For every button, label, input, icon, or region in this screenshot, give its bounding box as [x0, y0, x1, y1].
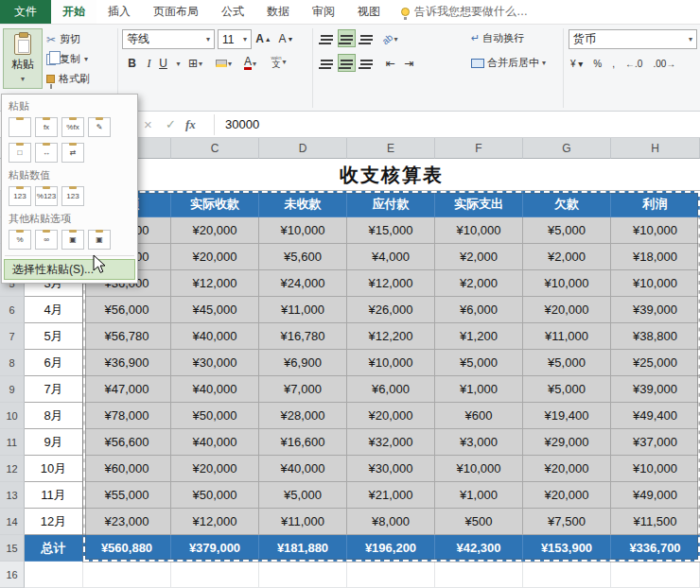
month-cell-A8[interactable]: 6月: [25, 350, 83, 376]
data-cell-F13[interactable]: ¥1,000: [435, 482, 523, 509]
column-header-F[interactable]: F: [435, 138, 523, 159]
data-cell-C8[interactable]: ¥30,000: [171, 350, 259, 376]
column-header-D[interactable]: D: [259, 138, 347, 159]
data-cell-H14[interactable]: ¥11,500: [611, 509, 700, 535]
number-format-combo[interactable]: 货币 ▾: [569, 29, 697, 49]
data-cell-E13[interactable]: ¥21,000: [347, 482, 435, 509]
data-cell-H9[interactable]: ¥39,000: [611, 376, 700, 403]
data-cell-C14[interactable]: ¥12,000: [171, 509, 259, 535]
align-left-button[interactable]: [318, 54, 336, 72]
merge-center-button[interactable]: 合并后居中 ▾: [471, 56, 546, 70]
row-header-6[interactable]: 6: [0, 297, 25, 323]
data-cell-G10[interactable]: ¥19,400: [523, 403, 611, 429]
data-cell-H4[interactable]: ¥18,000: [611, 244, 700, 270]
data-cell-E7[interactable]: ¥12,200: [347, 323, 435, 350]
data-cell-C11[interactable]: ¥40,000: [171, 429, 259, 456]
tab-5[interactable]: 数据: [255, 0, 301, 24]
month-cell-A7[interactable]: 5月: [25, 323, 83, 350]
data-cell-D3[interactable]: ¥10,000: [259, 217, 347, 244]
data-cell-G6[interactable]: ¥20,000: [523, 297, 611, 323]
column-header-G[interactable]: G: [523, 138, 611, 159]
data-cell-C5[interactable]: ¥12,000: [171, 270, 259, 297]
data-cell-E4[interactable]: ¥4,000: [347, 244, 435, 270]
data-cell-D5[interactable]: ¥24,000: [259, 270, 347, 297]
tab-6[interactable]: 审阅: [301, 0, 346, 24]
tell-me-box[interactable]: 告诉我您想要做什么…: [392, 0, 537, 24]
month-cell-A14[interactable]: 12月: [25, 509, 83, 535]
data-cell-C7[interactable]: ¥40,000: [171, 323, 259, 350]
header-cell-G2[interactable]: 欠款: [523, 191, 611, 217]
data-cell-F9[interactable]: ¥1,000: [435, 376, 523, 403]
data-cell-B8[interactable]: ¥36,900: [83, 350, 171, 376]
month-cell-A6[interactable]: 4月: [25, 297, 83, 323]
row-header-10[interactable]: 10: [0, 403, 25, 429]
total-cell-C15[interactable]: ¥379,000: [171, 535, 259, 562]
data-cell-E8[interactable]: ¥10,000: [347, 350, 435, 376]
enter-icon[interactable]: ✓: [166, 117, 176, 131]
formula-bar-value[interactable]: 30000: [225, 117, 259, 131]
tab-1[interactable]: 开始: [51, 0, 96, 24]
data-cell-B9[interactable]: ¥47,000: [83, 376, 171, 403]
bottom-align-button[interactable]: [358, 29, 376, 47]
data-cell-B11[interactable]: ¥56,600: [83, 429, 171, 456]
data-cell-C6[interactable]: ¥45,000: [171, 297, 259, 323]
tab-4[interactable]: 公式: [210, 0, 255, 24]
data-cell-D7[interactable]: ¥16,780: [259, 323, 347, 350]
row-header-16[interactable]: 16: [0, 562, 25, 588]
data-cell-C12[interactable]: ¥20,000: [171, 456, 259, 482]
total-cell-E15[interactable]: ¥196,200: [347, 535, 435, 562]
data-cell-H3[interactable]: ¥10,000: [611, 217, 700, 244]
copy-button[interactable]: 复制 ▾: [46, 50, 88, 68]
data-cell-C9[interactable]: ¥40,000: [171, 376, 259, 403]
cell-F16[interactable]: [435, 562, 523, 588]
paste-icon[interactable]: [9, 117, 31, 137]
column-header-H[interactable]: H: [611, 138, 700, 159]
month-cell-A9[interactable]: 7月: [25, 376, 83, 403]
data-cell-E14[interactable]: ¥8,000: [347, 509, 435, 535]
cut-button[interactable]: ✂ 剪切: [46, 30, 80, 48]
cell-A16[interactable]: [25, 562, 83, 588]
data-cell-H11[interactable]: ¥37,000: [611, 429, 700, 456]
data-cell-G4[interactable]: ¥2,000: [523, 244, 611, 270]
increase-decimal-button[interactable]: ←.0: [622, 54, 645, 73]
paste-transpose-icon[interactable]: ⇄: [61, 143, 84, 163]
column-header-E[interactable]: E: [347, 138, 435, 159]
underline-button[interactable]: U: [155, 54, 171, 73]
data-cell-D13[interactable]: ¥5,000: [259, 482, 347, 509]
paste-keep-source-formatting-icon[interactable]: ✎: [88, 117, 111, 137]
percent-style-button[interactable]: %: [590, 54, 604, 73]
paste-formatting-icon[interactable]: %: [9, 230, 31, 250]
tab-7[interactable]: 视图: [346, 0, 392, 24]
orientation-button[interactable]: ab▾: [382, 29, 398, 48]
increase-font-size-button[interactable]: A▲: [255, 29, 271, 48]
row-header-12[interactable]: 12: [0, 456, 25, 482]
data-cell-C4[interactable]: ¥20,000: [171, 244, 259, 270]
fill-color-button[interactable]: ▾: [216, 54, 232, 73]
decrease-indent-button[interactable]: ⇤: [382, 54, 398, 73]
data-cell-H13[interactable]: ¥49,000: [611, 482, 700, 509]
data-cell-E3[interactable]: ¥15,000: [347, 217, 435, 244]
tab-file[interactable]: 文件: [0, 0, 51, 24]
total-cell-B15[interactable]: ¥560,880: [83, 535, 171, 562]
paste-formulas-number-formats-icon[interactable]: %fx: [61, 117, 84, 137]
cell-B16[interactable]: [83, 562, 171, 588]
row-header-8[interactable]: 8: [0, 350, 25, 376]
paste-special-item[interactable]: 选择性粘贴(S)...: [4, 259, 135, 280]
data-cell-H7[interactable]: ¥38,800: [611, 323, 700, 350]
tab-2[interactable]: 插入: [96, 0, 142, 24]
insert-function-icon[interactable]: fx: [185, 117, 196, 132]
font-size-combo[interactable]: 11 ▾: [218, 29, 252, 49]
center-button[interactable]: [338, 54, 356, 72]
total-cell-G15[interactable]: ¥153,900: [523, 535, 611, 562]
data-cell-D9[interactable]: ¥7,000: [259, 376, 347, 403]
data-cell-F4[interactable]: ¥2,000: [435, 244, 523, 270]
header-cell-F2[interactable]: 实际支出: [435, 191, 523, 217]
data-cell-H10[interactable]: ¥49,400: [611, 403, 700, 429]
data-cell-H12[interactable]: ¥10,000: [611, 456, 700, 482]
cancel-icon[interactable]: ×: [144, 116, 152, 132]
phonetic-guide-button[interactable]: wén文▾: [271, 52, 287, 71]
data-cell-G9[interactable]: ¥5,000: [523, 376, 611, 403]
row-header-13[interactable]: 13: [0, 482, 25, 509]
cell-G16[interactable]: [523, 562, 611, 588]
data-cell-G14[interactable]: ¥7,500: [523, 509, 611, 535]
